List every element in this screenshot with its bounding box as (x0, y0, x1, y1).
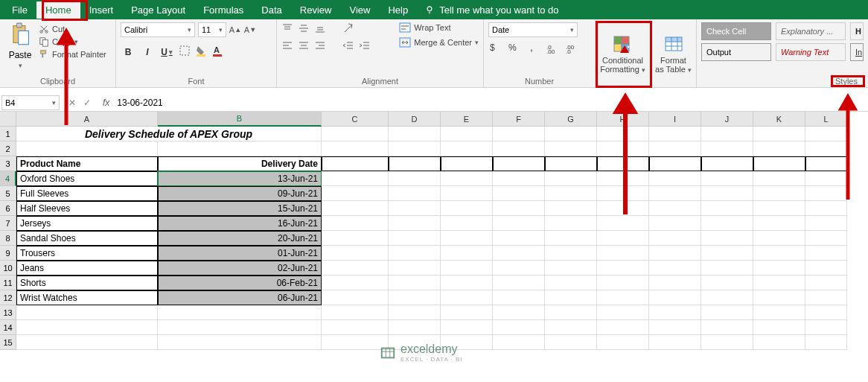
cell[interactable] (389, 127, 441, 141)
cell[interactable] (441, 127, 493, 141)
cell[interactable] (389, 141, 441, 156)
style-explanatory[interactable]: Explanatory ... (776, 22, 846, 40)
cell[interactable] (545, 171, 597, 186)
cell[interactable] (441, 141, 493, 156)
align-middle-button[interactable] (298, 22, 310, 36)
cell[interactable] (597, 320, 649, 335)
row-header-8[interactable]: 8 (0, 231, 16, 246)
align-bottom-button[interactable] (314, 22, 326, 36)
cell[interactable] (441, 246, 493, 261)
merge-center-button[interactable]: Merge & Center▾ (399, 37, 479, 48)
row-header-4[interactable]: 4 (0, 171, 16, 186)
cell[interactable] (389, 171, 441, 186)
cell[interactable] (805, 276, 847, 290)
cell[interactable] (597, 246, 649, 261)
cell[interactable] (545, 201, 597, 216)
cell[interactable] (701, 186, 753, 201)
italic-button[interactable]: I (140, 45, 155, 59)
cell[interactable] (597, 186, 649, 201)
cell[interactable] (649, 261, 701, 276)
cell[interactable] (493, 261, 545, 276)
select-all-corner[interactable] (0, 112, 16, 127)
cell[interactable] (158, 141, 322, 156)
cell[interactable] (389, 156, 441, 171)
cell[interactable] (322, 320, 389, 335)
cell[interactable] (322, 335, 389, 350)
cell[interactable] (493, 335, 545, 350)
row-header-11[interactable]: 11 (0, 276, 16, 290)
cell[interactable] (597, 201, 649, 216)
cell[interactable] (597, 231, 649, 246)
cell[interactable] (701, 127, 753, 141)
borders-button[interactable] (179, 45, 191, 59)
spreadsheet-grid[interactable]: ABCDEFGHIJKL 123456789101112131415 Deliv… (0, 112, 868, 380)
cell[interactable] (805, 216, 847, 231)
cell[interactable] (753, 156, 805, 171)
cell[interactable]: 06-Jun-21 (158, 290, 322, 305)
tell-me[interactable]: Tell me what you want to do (439, 1, 567, 19)
cell[interactable] (441, 201, 493, 216)
cell[interactable] (649, 305, 701, 320)
col-header-A[interactable]: A (16, 112, 158, 127)
tab-view[interactable]: View (340, 1, 379, 19)
cell[interactable]: 13-Jun-21 (158, 171, 322, 186)
cell[interactable] (322, 246, 389, 261)
cell[interactable] (389, 246, 441, 261)
align-top-button[interactable] (281, 22, 293, 36)
cell[interactable] (441, 216, 493, 231)
cell[interactable] (16, 320, 158, 335)
cell[interactable] (158, 320, 322, 335)
enter-formula-button[interactable]: ✓ (83, 98, 91, 108)
style-heading[interactable]: H (850, 22, 864, 40)
cell[interactable] (753, 141, 805, 156)
cell[interactable] (805, 231, 847, 246)
cell[interactable]: Trousers (16, 246, 158, 261)
cell[interactable] (493, 231, 545, 246)
cell[interactable] (805, 127, 847, 141)
conditional-formatting-button[interactable]: Conditional Formatting ▾ (600, 22, 645, 86)
cell[interactable] (597, 141, 649, 156)
cell[interactable] (753, 231, 805, 246)
cell[interactable] (649, 186, 701, 201)
comma-button[interactable]: , (527, 42, 539, 56)
cell[interactable] (701, 201, 753, 216)
cell[interactable] (701, 156, 753, 171)
cell[interactable] (649, 231, 701, 246)
bold-button[interactable]: B (121, 45, 135, 59)
cell[interactable] (701, 246, 753, 261)
indent-decrease-button[interactable] (342, 39, 354, 54)
col-header-H[interactable]: H (597, 112, 649, 127)
cell[interactable] (649, 127, 701, 141)
cell[interactable] (158, 305, 322, 320)
cell[interactable] (389, 216, 441, 231)
cell[interactable] (805, 156, 847, 171)
cell[interactable]: Shorts (16, 276, 158, 290)
cell[interactable] (493, 290, 545, 305)
col-header-E[interactable]: E (441, 112, 493, 127)
cell[interactable] (649, 246, 701, 261)
col-header-L[interactable]: L (805, 112, 847, 127)
cell[interactable] (597, 335, 649, 350)
cell[interactable] (322, 261, 389, 276)
cell[interactable]: 15-Jun-21 (158, 201, 322, 216)
indent-increase-button[interactable] (359, 39, 371, 54)
cell[interactable] (545, 186, 597, 201)
cell[interactable] (389, 305, 441, 320)
font-color-button[interactable]: A (211, 45, 223, 59)
cell[interactable] (322, 201, 389, 216)
cell[interactable]: Oxford Shoes (16, 171, 158, 186)
cell[interactable] (753, 290, 805, 305)
cell[interactable] (701, 261, 753, 276)
cell[interactable] (545, 335, 597, 350)
cell[interactable] (441, 276, 493, 290)
cell[interactable] (545, 246, 597, 261)
cell[interactable] (545, 156, 597, 171)
cell[interactable] (322, 290, 389, 305)
cell[interactable] (701, 276, 753, 290)
tab-file[interactable]: File (3, 1, 36, 19)
cell[interactable] (545, 305, 597, 320)
col-header-I[interactable]: I (649, 112, 701, 127)
cell[interactable] (753, 335, 805, 350)
cell[interactable] (493, 186, 545, 201)
format-as-table-button[interactable]: Format as Table ▾ (655, 22, 692, 86)
